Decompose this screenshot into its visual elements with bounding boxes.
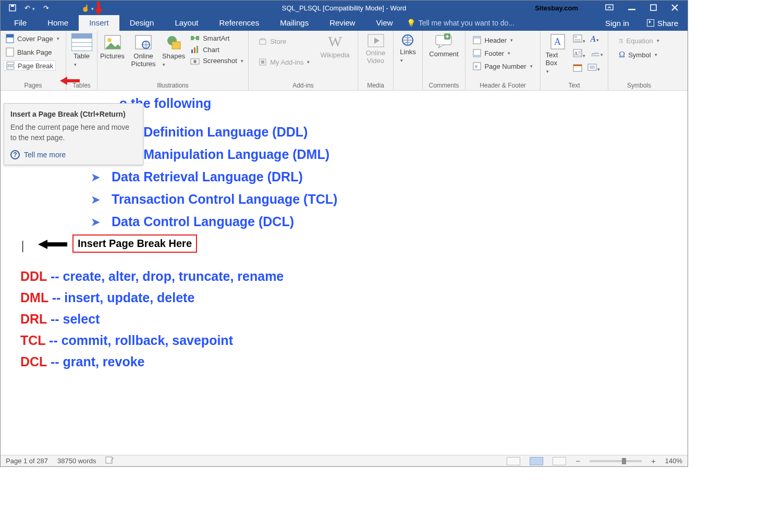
maximize-icon[interactable] xyxy=(650,4,657,12)
close-icon[interactable] xyxy=(671,4,678,12)
tooltip-title: Insert a Page Break (Ctrl+Return) xyxy=(10,110,137,118)
group-addins: Store My Add-ins▾ WWikipedia Add-ins xyxy=(249,31,358,90)
store-button[interactable]: Store xyxy=(256,36,312,46)
def-row: TCL -- commit, rollback, savepoint xyxy=(20,333,688,348)
redo-icon[interactable]: ↷ xyxy=(43,4,49,12)
text-box-button[interactable]: AText Box▾ xyxy=(546,33,570,75)
svg-text:A: A xyxy=(554,36,561,47)
my-addins-button[interactable]: My Add-ins▾ xyxy=(256,57,312,67)
smartart-button[interactable]: SmartArt xyxy=(188,33,246,43)
shapes-button[interactable]: Shapes▾ xyxy=(162,33,185,68)
page-break-button[interactable]: Page Break xyxy=(4,60,56,71)
status-page[interactable]: Page 1 of 287 xyxy=(6,457,48,465)
zoom-slider[interactable] xyxy=(590,460,642,462)
links-button[interactable]: Links▾ xyxy=(400,33,415,64)
comment-label: Comment xyxy=(429,50,458,58)
footer-icon xyxy=(473,49,481,57)
tab-home[interactable]: Home xyxy=(37,15,79,31)
symbol-button[interactable]: ΩSymbol▾ xyxy=(617,50,661,60)
help-icon: ? xyxy=(10,150,20,159)
bullet-item: ➤Data Definition Language (DDL) xyxy=(91,125,688,140)
group-pages-label: Pages xyxy=(24,82,42,90)
insert-page-break-here-label: Insert Page Break Here xyxy=(72,234,197,253)
text-box-icon: A xyxy=(550,33,566,50)
bullet-item: ➤Data Retrieval Language (DRL) xyxy=(91,169,688,184)
minimize-icon[interactable] xyxy=(628,4,635,12)
cover-page-label: Cover Page xyxy=(17,35,53,43)
tell-me-placeholder: Tell me what you want to do... xyxy=(419,19,514,27)
tab-file[interactable]: File xyxy=(4,15,37,31)
svg-rect-18 xyxy=(196,36,199,40)
wikipedia-button[interactable]: WWikipedia xyxy=(320,33,349,59)
tab-review[interactable]: Review xyxy=(319,15,365,31)
signature-line-icon[interactable]: ▾ xyxy=(591,49,603,59)
object-icon[interactable]: ▾ xyxy=(587,64,600,74)
comment-button[interactable]: Comment xyxy=(429,33,458,58)
undo-icon[interactable]: ↶ ▾ xyxy=(24,4,35,12)
online-video-button[interactable]: Online Video xyxy=(361,33,390,65)
text-cursor: | xyxy=(21,238,24,253)
tooltip-tell-me-more[interactable]: ?Tell me more xyxy=(10,150,137,159)
pictures-button[interactable]: Pictures xyxy=(100,33,125,60)
bullet-item: ➤Transaction Control Language (TCL) xyxy=(91,192,688,207)
view-read-mode[interactable] xyxy=(507,457,520,465)
tab-references[interactable]: References xyxy=(209,15,270,31)
group-comments: Comment Comments xyxy=(423,31,466,90)
screenshot-label: Screenshot xyxy=(203,57,237,65)
links-label: Links xyxy=(400,48,415,56)
chart-button[interactable]: Chart xyxy=(188,45,246,54)
table-button[interactable]: Table▾ xyxy=(71,33,92,68)
status-bar: Page 1 of 287 38750 words − + 140% xyxy=(1,455,688,466)
tell-me-search[interactable]: 💡Tell me what you want to do... xyxy=(403,19,518,27)
cover-page-button[interactable]: Cover Page▾ xyxy=(4,33,62,44)
wikipedia-icon: W xyxy=(328,33,341,50)
chevron-icon: ➤ xyxy=(91,171,100,183)
def-acr: DDL xyxy=(20,269,47,283)
video-icon xyxy=(367,33,385,48)
view-web-layout[interactable] xyxy=(553,457,566,465)
header-button[interactable]: Header▾ xyxy=(471,35,534,45)
drop-cap-icon[interactable]: A▾ xyxy=(573,49,585,59)
tab-layout[interactable]: Layout xyxy=(164,15,209,31)
wordart-icon[interactable]: A▾ xyxy=(591,34,599,45)
definitions: DDL -- create, alter, drop, truncate, re… xyxy=(1,253,688,369)
svg-rect-34 xyxy=(473,55,481,57)
tab-design[interactable]: Design xyxy=(119,15,165,31)
def-rest: -- insert, update, delete xyxy=(48,290,195,305)
def-acr: DCL xyxy=(20,354,47,369)
text-box-label: Text Box xyxy=(546,51,558,67)
zoom-percent[interactable]: 140% xyxy=(665,457,682,465)
group-addins-label: Add-ins xyxy=(292,82,314,90)
tab-insert[interactable]: Insert xyxy=(79,15,119,31)
save-icon[interactable] xyxy=(9,4,16,11)
tab-mailings[interactable]: Mailings xyxy=(270,15,319,31)
def-rest: -- grant, revoke xyxy=(47,354,145,369)
table-label: Table xyxy=(74,52,90,60)
share-label: Share xyxy=(657,19,678,28)
status-proof-icon[interactable] xyxy=(105,456,115,465)
share-button[interactable]: Share xyxy=(638,19,688,28)
blank-page-button[interactable]: Blank Page xyxy=(4,47,54,57)
view-print-layout[interactable] xyxy=(530,457,543,465)
screenshot-button[interactable]: Screenshot▾ xyxy=(188,56,246,65)
ribbon-display-options-icon[interactable] xyxy=(605,4,614,12)
status-words[interactable]: 38750 words xyxy=(57,457,96,465)
online-pictures-button[interactable]: Online Pictures xyxy=(128,33,159,68)
touch-mode-icon[interactable]: ☝ ▾ xyxy=(81,4,94,12)
footer-button[interactable]: Footer▾ xyxy=(471,48,534,58)
screenshot-icon xyxy=(190,57,200,65)
zoom-in[interactable]: + xyxy=(651,456,656,465)
page-number-button[interactable]: #Page Number▾ xyxy=(471,61,534,71)
def-acr: TCL xyxy=(20,333,45,348)
my-addins-label: My Add-ins xyxy=(270,58,303,66)
equation-button[interactable]: πEquation▾ xyxy=(617,35,661,46)
bullet-item: ➤Data Manipulation Language (DML) xyxy=(91,147,688,162)
group-text-label: Text xyxy=(568,82,580,90)
zoom-out[interactable]: − xyxy=(575,456,580,465)
quick-parts-icon[interactable]: ▾ xyxy=(573,34,585,45)
sign-in-button[interactable]: Sign in xyxy=(597,19,638,28)
equation-label: Equation xyxy=(626,37,653,45)
share-icon xyxy=(647,19,654,27)
tab-view[interactable]: View xyxy=(365,15,403,31)
date-time-icon[interactable] xyxy=(573,64,582,74)
